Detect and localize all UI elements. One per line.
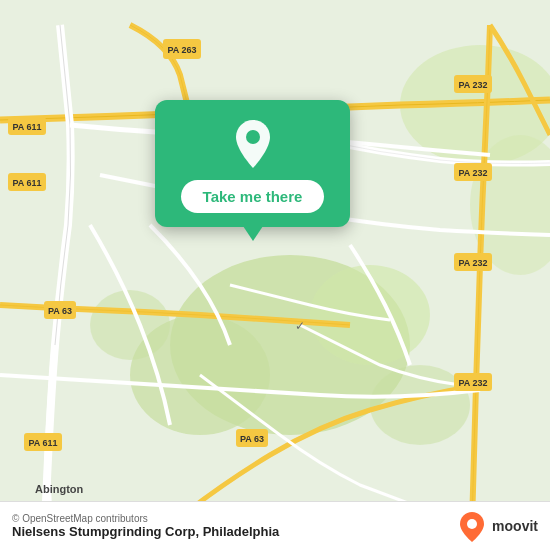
moovit-logo: moovit (456, 510, 538, 542)
svg-point-33 (467, 519, 477, 529)
svg-text:✓: ✓ (295, 319, 305, 333)
svg-text:PA 63: PA 63 (48, 306, 72, 316)
popup-card: Take me there (155, 100, 350, 227)
svg-point-32 (246, 130, 260, 144)
bottom-bar: © OpenStreetMap contributors Nielsens St… (0, 501, 550, 550)
map-background: PA 263 I 276 PA 611 PA 611 PA 63 PA 611 … (0, 0, 550, 550)
svg-text:PA 611: PA 611 (12, 178, 41, 188)
svg-text:PA 611: PA 611 (28, 438, 57, 448)
svg-text:PA 611: PA 611 (12, 122, 41, 132)
svg-text:PA 232: PA 232 (458, 80, 487, 90)
location-pin-icon (227, 118, 279, 170)
svg-text:PA 63: PA 63 (240, 434, 264, 444)
svg-text:PA 232: PA 232 (458, 258, 487, 268)
svg-text:PA 263: PA 263 (167, 45, 196, 55)
take-me-there-button[interactable]: Take me there (181, 180, 325, 213)
map-container: PA 263 I 276 PA 611 PA 611 PA 63 PA 611 … (0, 0, 550, 550)
moovit-icon (456, 510, 488, 542)
bottom-left-info: © OpenStreetMap contributors Nielsens St… (12, 513, 279, 539)
business-name: Nielsens Stumpgrinding Corp, Philadelphi… (12, 524, 279, 539)
copyright-text: © OpenStreetMap contributors (12, 513, 279, 524)
svg-text:PA 232: PA 232 (458, 378, 487, 388)
svg-text:Abington: Abington (35, 483, 84, 495)
svg-text:PA 232: PA 232 (458, 168, 487, 178)
moovit-brand-text: moovit (492, 518, 538, 534)
